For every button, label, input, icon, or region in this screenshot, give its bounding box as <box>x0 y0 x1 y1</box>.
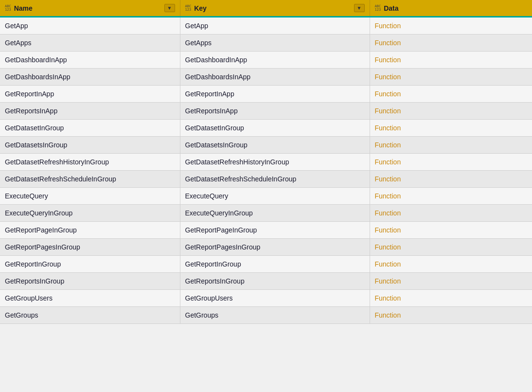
table-row: GetReportPageInGroupGetReportPageInGroup… <box>0 222 532 239</box>
column-label-data: Data <box>384 4 398 12</box>
table-row: ExecuteQueryInGroupExecuteQueryInGroupFu… <box>0 205 532 222</box>
table-row: GetReportsInGroupGetReportsInGroupFuncti… <box>0 273 532 290</box>
cell-data: Function <box>370 222 532 239</box>
column-header-name: ABC 123 Name ▼ <box>0 0 180 17</box>
cell-data: Function <box>370 239 532 256</box>
cell-key: ExecuteQueryInGroup <box>180 205 370 222</box>
table-row: GetReportInGroupGetReportInGroupFunction <box>0 256 532 273</box>
table-row: GetDashboardsInAppGetDashboardsInAppFunc… <box>0 69 532 86</box>
cell-name: GetReportInApp <box>0 86 180 103</box>
table-row: GetDatasetsInGroupGetDatasetsInGroupFunc… <box>0 137 532 154</box>
table-row: GetGroupsGetGroupsFunction <box>0 307 532 324</box>
cell-data: Function <box>370 103 532 120</box>
cell-data: Function <box>370 307 532 324</box>
cell-key: ExecuteQuery <box>180 188 370 205</box>
column-label-name: Name <box>14 4 33 12</box>
table-container: ABC 123 Name ▼ ABC 123 <box>0 0 532 392</box>
cell-name: GetGroupUsers <box>0 290 180 307</box>
cell-data: Function <box>370 188 532 205</box>
cell-key: GetDatasetRefreshHistoryInGroup <box>180 154 370 171</box>
cell-name: GetReportInGroup <box>0 256 180 273</box>
cell-data: Function <box>370 52 532 69</box>
cell-name: GetReportsInGroup <box>0 273 180 290</box>
cell-key: GetReportPageInGroup <box>180 222 370 239</box>
cell-key: GetGroupUsers <box>180 290 370 307</box>
cell-name: ExecuteQuery <box>0 188 180 205</box>
table-row: GetReportPagesInGroupGetReportPagesInGro… <box>0 239 532 256</box>
cell-key: GetGroups <box>180 307 370 324</box>
column-header-data: ABC 123 Data <box>370 0 532 17</box>
cell-data: Function <box>370 205 532 222</box>
cell-key: GetReportPagesInGroup <box>180 239 370 256</box>
table-header-row: ABC 123 Name ▼ ABC 123 <box>0 0 532 17</box>
table-row: GetGroupUsersGetGroupUsersFunction <box>0 290 532 307</box>
column-filter-name[interactable]: ▼ <box>164 4 175 12</box>
table-body: GetAppGetAppFunctionGetAppsGetAppsFuncti… <box>0 17 532 324</box>
cell-name: GetReportPagesInGroup <box>0 239 180 256</box>
cell-key: GetDatasetRefreshScheduleInGroup <box>180 171 370 188</box>
cell-name: GetReportsInApp <box>0 103 180 120</box>
cell-name: GetReportPageInGroup <box>0 222 180 239</box>
cell-name: GetApps <box>0 35 180 52</box>
cell-name: GetDatasetInGroup <box>0 120 180 137</box>
cell-name: ExecuteQueryInGroup <box>0 205 180 222</box>
table-row: GetAppsGetAppsFunction <box>0 35 532 52</box>
cell-key: GetReportInGroup <box>180 256 370 273</box>
table-row: GetDashboardInAppGetDashboardInAppFuncti… <box>0 52 532 69</box>
type-icon-data: ABC 123 <box>375 5 381 12</box>
cell-name: GetDashboardsInApp <box>0 69 180 86</box>
table-row: GetAppGetAppFunction <box>0 17 532 35</box>
table-row: GetDatasetInGroupGetDatasetInGroupFuncti… <box>0 120 532 137</box>
table-row: GetDatasetRefreshHistoryInGroupGetDatase… <box>0 154 532 171</box>
cell-data: Function <box>370 35 532 52</box>
column-header-key: ABC 123 Key ▼ <box>180 0 370 17</box>
table-row: ExecuteQueryExecuteQueryFunction <box>0 188 532 205</box>
cell-data: Function <box>370 273 532 290</box>
data-table: ABC 123 Name ▼ ABC 123 <box>0 0 532 324</box>
cell-data: Function <box>370 86 532 103</box>
cell-key: GetDatasetInGroup <box>180 120 370 137</box>
table-row: GetReportsInAppGetReportsInAppFunction <box>0 103 532 120</box>
type-icon-key: ABC 123 <box>185 5 192 12</box>
table-row: GetDatasetRefreshScheduleInGroupGetDatas… <box>0 171 532 188</box>
cell-name: GetGroups <box>0 307 180 324</box>
column-label-key: Key <box>194 4 207 12</box>
cell-key: GetReportsInApp <box>180 103 370 120</box>
cell-name: GetDatasetRefreshHistoryInGroup <box>0 154 180 171</box>
cell-key: GetApps <box>180 35 370 52</box>
cell-data: Function <box>370 120 532 137</box>
table-row: GetReportInAppGetReportInAppFunction <box>0 86 532 103</box>
cell-key: GetDashboardInApp <box>180 52 370 69</box>
cell-data: Function <box>370 69 532 86</box>
cell-name: GetDashboardInApp <box>0 52 180 69</box>
cell-key: GetReportInApp <box>180 86 370 103</box>
cell-key: GetDashboardsInApp <box>180 69 370 86</box>
cell-data: Function <box>370 154 532 171</box>
cell-name: GetDatasetRefreshScheduleInGroup <box>0 171 180 188</box>
cell-data: Function <box>370 137 532 154</box>
cell-key: GetReportsInGroup <box>180 273 370 290</box>
cell-name: GetApp <box>0 17 180 35</box>
cell-data: Function <box>370 256 532 273</box>
cell-data: Function <box>370 17 532 35</box>
cell-data: Function <box>370 171 532 188</box>
column-filter-key[interactable]: ▼ <box>354 4 365 12</box>
cell-name: GetDatasetsInGroup <box>0 137 180 154</box>
type-icon-name: ABC 123 <box>5 5 11 12</box>
cell-key: GetDatasetsInGroup <box>180 137 370 154</box>
cell-key: GetApp <box>180 17 370 35</box>
cell-data: Function <box>370 290 532 307</box>
